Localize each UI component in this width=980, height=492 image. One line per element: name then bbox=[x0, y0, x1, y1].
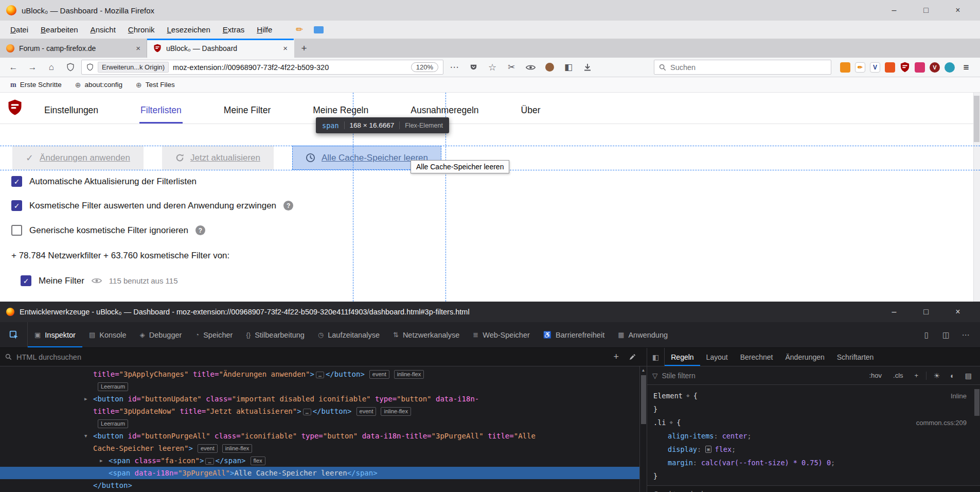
folder-icon[interactable] bbox=[314, 26, 324, 33]
scroll-up-icon[interactable]: ▲ bbox=[640, 368, 647, 373]
scrollbar-thumb[interactable] bbox=[974, 389, 979, 416]
markup-code[interactable]: title="3pUpdateNow" title="Jetzt aktuali… bbox=[93, 407, 352, 415]
tab-netzwerkanalyse[interactable]: ⇅ Netzwerkanalyse bbox=[386, 322, 466, 347]
tab-barrierefreiheit[interactable]: ♿ Barrierefreiheit bbox=[537, 322, 611, 347]
flex-badge[interactable]: inline-flex bbox=[394, 370, 424, 379]
bookmark-test-files[interactable]: ⊕ Test Files bbox=[132, 79, 179, 91]
extension-icon-1[interactable] bbox=[840, 62, 850, 73]
tab-inspektor[interactable]: ▣ Inspektor bbox=[28, 322, 82, 347]
app-menu-icon[interactable]: ≡ bbox=[957, 62, 975, 73]
option-cosmetic-filters[interactable]: ✓ Kosmetische Filter auswerten und deren… bbox=[11, 200, 293, 211]
tab-debugger[interactable]: ◈ Debugger bbox=[133, 322, 189, 347]
browser-tab-forum[interactable]: Forum - camp-firefox.de × bbox=[0, 39, 147, 58]
bookmark-star-icon[interactable]: ☆ bbox=[484, 60, 501, 75]
whitespace-node[interactable]: Leerraum bbox=[98, 382, 128, 391]
eye-icon[interactable] bbox=[92, 277, 102, 284]
filter-list-meine-filter[interactable]: ✓ Meine Filter 115 benutzt aus 115 bbox=[21, 275, 178, 286]
flex-badge[interactable]: flex bbox=[251, 456, 265, 465]
twisty-icon[interactable]: ▶ bbox=[84, 396, 93, 401]
extension-icon-4[interactable]: V bbox=[930, 62, 940, 73]
markup-line[interactable]: title="3pApplyChanges" title="Änderungen… bbox=[0, 368, 639, 380]
pseudo-class-toggle[interactable]: :hov bbox=[865, 372, 885, 379]
highlight-selector-icon[interactable]: ⌖ bbox=[669, 419, 673, 426]
print-simulation-icon[interactable]: ▤ bbox=[962, 372, 975, 380]
markup-line-selected[interactable]: <span data-i18n="3pPurgeAll">Alle Cache-… bbox=[0, 467, 639, 479]
style-filter-input[interactable] bbox=[662, 372, 861, 380]
tab-laufzeitanalyse[interactable]: ◷ Laufzeitanalyse bbox=[311, 322, 386, 347]
rule-source[interactable]: Inline bbox=[951, 392, 974, 400]
tab-stilbearbeitung[interactable]: {} Stilbearbeitung bbox=[239, 322, 311, 347]
html-search-input[interactable] bbox=[16, 353, 603, 361]
maximize-button[interactable]: □ bbox=[910, 307, 942, 317]
tab-web-speicher[interactable]: ≣ Web-Speicher bbox=[466, 322, 537, 347]
extension-icon-5[interactable] bbox=[945, 62, 955, 73]
add-node-icon[interactable]: + bbox=[608, 352, 624, 362]
tab-meine-filter[interactable]: Meine Filter bbox=[223, 105, 272, 124]
add-rule-button[interactable]: + bbox=[911, 372, 922, 379]
tab-close-icon[interactable]: × bbox=[283, 44, 288, 52]
whitespace-node[interactable]: Leerraum bbox=[98, 419, 128, 428]
menu-bearbeiten[interactable]: Bearbeiten bbox=[34, 22, 84, 37]
option-auto-update[interactable]: ✓ Automatische Aktualisierung der Filter… bbox=[11, 176, 197, 187]
color-scheme-light-icon[interactable]: ☀ bbox=[931, 372, 943, 380]
checkbox-checked[interactable]: ✓ bbox=[11, 200, 22, 211]
checkbox-checked[interactable]: ✓ bbox=[11, 176, 22, 187]
page-scrollbar[interactable] bbox=[973, 93, 980, 302]
element-picker-icon[interactable] bbox=[0, 322, 28, 347]
event-badge[interactable]: event bbox=[369, 370, 389, 379]
ublock-toolbar-icon[interactable] bbox=[900, 62, 910, 73]
home-button[interactable]: ⌂ bbox=[43, 60, 60, 75]
markup-line[interactable]: ▶ <span class="fa-icon">…</span> flex bbox=[0, 454, 639, 467]
page-actions-icon[interactable]: ⋯ bbox=[446, 60, 462, 75]
tab-einstellungen[interactable]: Einstellungen bbox=[43, 105, 99, 124]
toggle-panes-icon[interactable]: ◧ bbox=[647, 348, 665, 366]
quill-icon[interactable]: ✏ bbox=[296, 24, 303, 35]
markup-line[interactable]: ▶ <button id="buttonUpdate" class="impor… bbox=[0, 393, 639, 405]
rule-source-link[interactable]: common.css:209 bbox=[916, 419, 974, 427]
checkbox-unchecked[interactable] bbox=[11, 225, 22, 236]
menu-chronik[interactable]: Chronik bbox=[122, 22, 161, 37]
meatball-menu-icon[interactable]: ⋯ bbox=[956, 330, 975, 340]
tab-konsole[interactable]: ▤ Konsole bbox=[82, 322, 133, 347]
site-shield-icon[interactable] bbox=[86, 63, 94, 71]
url-bar[interactable]: Erweiterun...k Origin) 120% bbox=[81, 60, 443, 75]
css-rule-li[interactable]: .li ⌖ { common.css:209 bbox=[647, 416, 980, 429]
css-declaration[interactable]: display▣flex bbox=[647, 443, 980, 456]
markup-line[interactable]: Leerraum bbox=[0, 417, 639, 430]
extension-icon-3[interactable] bbox=[915, 62, 925, 73]
color-scheme-dark-icon[interactable]: ◐ bbox=[947, 372, 957, 380]
downloads-icon[interactable] bbox=[579, 60, 596, 75]
markup-code[interactable]: </button> bbox=[93, 481, 132, 489]
tab-berechnet[interactable]: Berechnet bbox=[734, 348, 779, 366]
dock-side-icon[interactable]: ◫ bbox=[937, 330, 955, 340]
tab-filterlisten[interactable]: Filterlisten bbox=[139, 105, 183, 124]
menu-lesezeichen[interactable]: Lesezeichen bbox=[161, 22, 217, 37]
maximize-button[interactable]: □ bbox=[910, 6, 942, 15]
responsive-design-icon[interactable]: ▯ bbox=[917, 330, 936, 340]
close-button[interactable]: × bbox=[942, 6, 974, 15]
checkbox-checked[interactable]: ✓ bbox=[21, 275, 31, 286]
eyedropper-icon[interactable] bbox=[629, 353, 642, 361]
markup-code[interactable]: <span data-i18n="3pPurgeAll">Alle Cache-… bbox=[109, 469, 378, 477]
menu-extras[interactable]: Extras bbox=[217, 22, 251, 37]
extension-icon-v[interactable]: V bbox=[870, 62, 880, 73]
extension-avatar-icon[interactable] bbox=[541, 60, 558, 75]
markup-code[interactable]: <button id="buttonUpdate" class="importa… bbox=[93, 395, 479, 403]
forward-button[interactable]: → bbox=[24, 60, 41, 75]
markup-line[interactable]: Leerraum bbox=[0, 380, 639, 393]
markup-line[interactable]: ▼ <button id="buttonPurgeAll" class="ico… bbox=[0, 430, 639, 442]
markup-code[interactable]: Cache-Speicher leeren"> bbox=[93, 444, 193, 452]
new-tab-button[interactable]: + bbox=[294, 39, 314, 58]
help-icon[interactable]: ? bbox=[195, 225, 205, 235]
sidebar-toggle-icon[interactable]: ◧ bbox=[560, 60, 577, 75]
markup-scrollbar[interactable]: ▲ bbox=[639, 366, 647, 492]
tab-schriftarten[interactable]: Schriftarten bbox=[831, 348, 880, 366]
scrollbar-thumb[interactable] bbox=[641, 375, 646, 424]
tab-ueber[interactable]: Über bbox=[520, 105, 542, 124]
protections-shield-icon[interactable] bbox=[62, 60, 79, 75]
back-button[interactable]: ← bbox=[5, 60, 22, 75]
tab-anwendung[interactable]: ▦ Anwendung bbox=[611, 322, 674, 347]
menu-datei[interactable]: Datei bbox=[4, 22, 34, 37]
markup-line[interactable]: </button> bbox=[0, 479, 639, 491]
tab-layout[interactable]: Layout bbox=[700, 348, 734, 366]
